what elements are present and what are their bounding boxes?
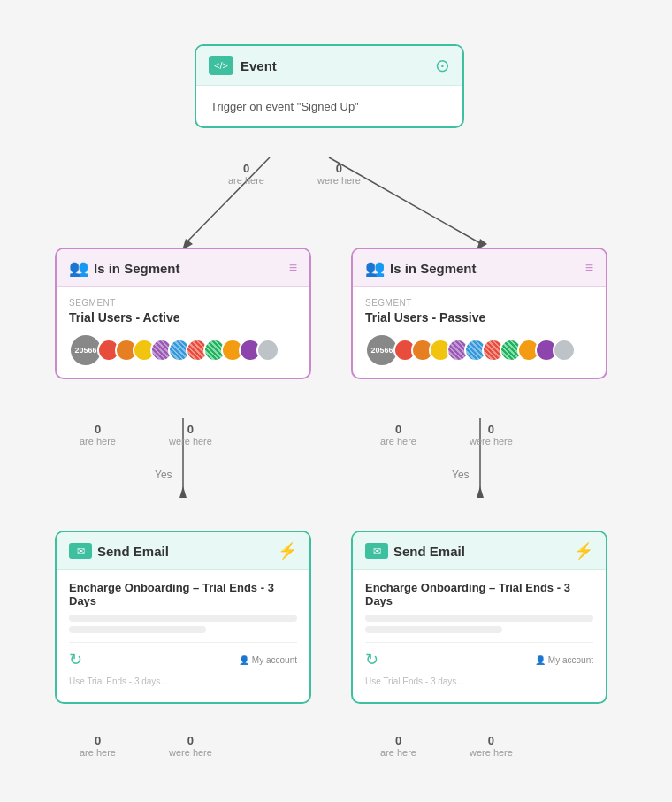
email-left-footer: ↻ 👤 My account: [69, 642, 297, 673]
segment-left-label: SEGMENT: [69, 298, 297, 308]
email-left-icon: ✉: [69, 543, 92, 559]
email-right-stat-left: 0 are here: [380, 734, 416, 758]
segment-right-icon: 👥: [365, 258, 385, 278]
email-right-preview: [365, 615, 593, 633]
segment-right-avatars: 20566: [365, 333, 593, 367]
segment-left-icon: 👥: [69, 258, 88, 278]
account-right-link[interactable]: 👤 My account: [535, 655, 593, 665]
yes-label-right: Yes: [452, 469, 470, 481]
segment-right-body: SEGMENT Trial Users - Passive 20566: [353, 287, 606, 378]
segment-left-avatars: 20566: [69, 333, 297, 367]
segment-left-body: SEGMENT Trial Users - Active 20566: [57, 287, 309, 378]
segment-left-title: Is in Segment: [94, 261, 180, 276]
email-left-stat-right: 0 were here: [169, 734, 212, 758]
event-node-header: </> Event ⊙: [196, 46, 462, 86]
segment-left-stats: 0 are here 0 were here: [80, 423, 212, 447]
email-left-body: Encharge Onboarding – Trial Ends - 3 Day…: [57, 570, 309, 702]
r-avatar-10: [553, 339, 576, 362]
svg-marker-5: [179, 486, 187, 498]
event-node[interactable]: </> Event ⊙ Trigger on event "Signed Up": [195, 44, 464, 128]
email-left-stats: 0 are here 0 were here: [80, 734, 212, 758]
segment-right-label: SEGMENT: [365, 298, 593, 308]
lightning-left-icon: ⚡: [278, 541, 297, 561]
segment-right-title: Is in Segment: [390, 261, 477, 276]
email-right-header: ✉ Send Email ⚡: [353, 532, 606, 570]
svg-marker-7: [477, 486, 484, 498]
email-node-right[interactable]: ✉ Send Email ⚡ Encharge Onboarding – Tri…: [351, 531, 607, 704]
email-right-icon: ✉: [365, 543, 388, 559]
email-right-body: Encharge Onboarding – Trial Ends - 3 Day…: [353, 570, 606, 702]
event-stat-left: 0 are here: [228, 162, 264, 186]
event-stats: 0 are here 0 were here: [228, 162, 361, 186]
email-right-bottom: Use Trial Ends - 3 days...: [365, 673, 593, 691]
email-right-stats: 0 are here 0 were here: [380, 734, 513, 758]
avatar-10: [256, 339, 279, 362]
preview-line-1: [69, 615, 297, 622]
filter-right-icon: ≡: [585, 260, 593, 276]
lightning-right-icon: ⚡: [574, 541, 593, 561]
refresh-left-icon[interactable]: ↻: [69, 650, 82, 669]
email-left-title: Send Email: [97, 544, 169, 559]
segment-left-name: Trial Users - Active: [69, 310, 297, 325]
email-right-subject: Encharge Onboarding – Trial Ends - 3 Day…: [365, 581, 593, 607]
event-icon: </>: [209, 56, 233, 75]
event-body-text: Trigger on event "Signed Up": [210, 100, 359, 113]
r-preview-line-2: [365, 626, 502, 633]
refresh-right-icon[interactable]: ↻: [365, 650, 378, 669]
email-right-stat-right: 0 were here: [470, 734, 513, 758]
email-right-title: Send Email: [393, 544, 465, 559]
segment-right-name: Trial Users - Passive: [365, 310, 593, 325]
event-node-body: Trigger on event "Signed Up": [196, 86, 462, 126]
email-left-stat-left: 0 are here: [80, 734, 116, 758]
email-node-left[interactable]: ✉ Send Email ⚡ Encharge Onboarding – Tri…: [55, 531, 311, 704]
event-node-title: Event: [241, 58, 277, 73]
yes-label-left: Yes: [155, 469, 172, 481]
email-right-footer: ↻ 👤 My account: [365, 642, 593, 673]
seg-right-stat-left: 0 are here: [380, 423, 416, 447]
seg-right-stat-right: 0 were here: [470, 423, 513, 447]
segment-right-header: 👥 Is in Segment ≡: [353, 249, 606, 287]
account-left-icon: 👤: [239, 655, 249, 665]
segment-left-header: 👥 Is in Segment ≡: [57, 249, 309, 287]
seg-left-stat-left: 0 are here: [80, 423, 116, 447]
email-left-bottom: Use Trial Ends - 3 days...: [69, 673, 297, 691]
segment-node-left[interactable]: 👥 Is in Segment ≡ SEGMENT Trial Users - …: [55, 248, 311, 379]
event-stat-right: 0 were here: [317, 162, 361, 186]
account-left-link[interactable]: 👤 My account: [239, 655, 297, 665]
filter-left-icon: ≡: [289, 260, 297, 276]
target-icon: ⊙: [435, 55, 450, 76]
seg-left-stat-right: 0 were here: [169, 423, 212, 447]
email-left-header: ✉ Send Email ⚡: [57, 532, 309, 570]
preview-line-2: [69, 626, 206, 633]
r-preview-line-1: [365, 615, 593, 622]
email-left-subject: Encharge Onboarding – Trial Ends - 3 Day…: [69, 581, 297, 607]
segment-right-stats: 0 are here 0 were here: [380, 423, 513, 447]
segment-node-right[interactable]: 👥 Is in Segment ≡ SEGMENT Trial Users - …: [351, 248, 607, 379]
account-right-icon: 👤: [535, 655, 546, 665]
email-left-preview: [69, 615, 297, 633]
